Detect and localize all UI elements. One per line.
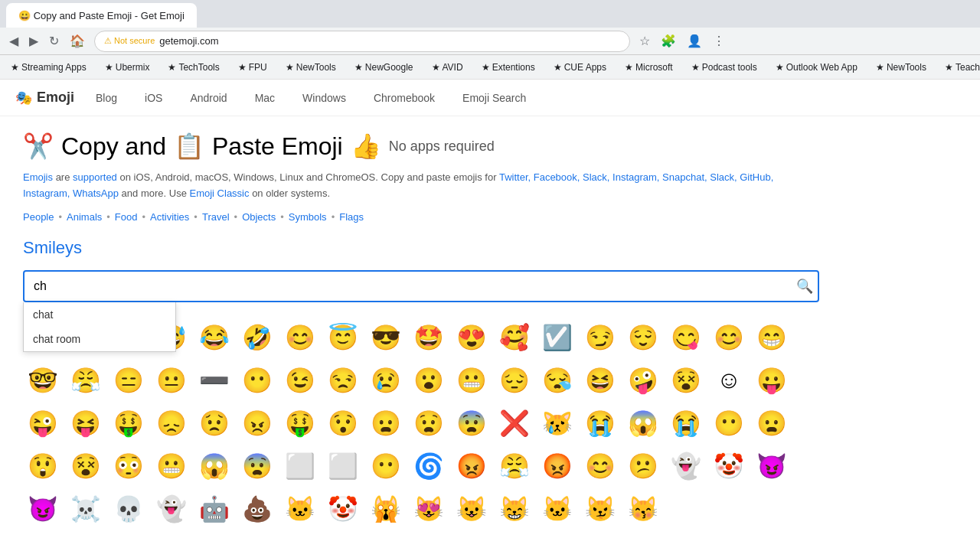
supported-link[interactable]: supported [73,171,117,183]
nav-android[interactable]: Android [184,89,233,107]
extensions-icon[interactable]: 🧩 [658,32,679,50]
emoji-cell[interactable]: 😭 [580,403,620,443]
emoji-cell[interactable]: 😕 [623,446,663,486]
emoji-cell[interactable]: 😤 [66,360,106,400]
emoji-cell[interactable]: 😸 [495,489,534,529]
emoji-cell[interactable]: 🤩 [409,318,449,357]
category-food[interactable]: Food [115,211,138,223]
bookmark-item-12[interactable]: ★NewTools [871,60,931,74]
emoji-cell[interactable]: ⬜ [280,446,320,486]
emoji-cell[interactable]: 🤖 [194,489,234,529]
emoji-cell[interactable]: 😿 [537,403,577,443]
emoji-cell[interactable]: 😊 [580,446,620,486]
emoji-cell[interactable]: 😳 [109,446,149,486]
bookmark-item-10[interactable]: ★Podcast tools [687,60,762,74]
category-flags[interactable]: Flags [339,211,364,223]
bookmark-item-8[interactable]: ★CUE Apps [549,60,611,74]
bookmark-item-5[interactable]: ★NewGoogle [350,60,418,74]
emoji-cell[interactable]: 😊 [280,318,320,357]
emoji-cell[interactable]: 😈 [752,446,792,486]
emoji-cell[interactable]: 🤓 [23,360,63,400]
search-input[interactable] [23,270,819,302]
autocomplete-item-0[interactable]: chat [24,302,175,327]
nav-ios[interactable]: iOS [139,89,168,107]
emoji-cell[interactable]: 😨 [452,403,492,443]
emoji-cell[interactable]: 🤡 [323,489,363,529]
autocomplete-item-1[interactable]: chat room [24,327,175,351]
emoji-cell[interactable]: 😂 [194,318,234,357]
emoji-cell[interactable]: 😈 [23,489,63,529]
bookmark-item-2[interactable]: ★TechTools [163,60,224,74]
bookmark-item-6[interactable]: ★AVID [427,60,468,74]
emoji-cell[interactable]: 😧 [409,403,449,443]
emoji-cell[interactable]: 😐 [152,360,191,400]
emoji-cell[interactable]: 😨 [237,446,277,486]
emoji-cell[interactable]: 🙀 [366,489,406,529]
bookmark-item-13[interactable]: ★Teaching Info [940,60,980,74]
reload-button[interactable]: ↻ [46,32,62,50]
emoji-cell[interactable]: 👻 [666,446,706,486]
emoji-cell[interactable]: 😜 [23,403,63,443]
emojis-link[interactable]: Emojis [23,171,53,183]
emoji-cell[interactable]: 😲 [23,446,63,486]
emoji-cell[interactable]: 😞 [152,403,191,443]
bookmark-item-3[interactable]: ★FPU [234,60,272,74]
search-button[interactable]: 🔍 [796,278,813,295]
emoji-cell[interactable]: 😵 [66,446,106,486]
emoji-cell[interactable]: 😵 [666,360,706,400]
emoji-cell[interactable]: ☠️ [66,489,106,529]
platforms-link[interactable]: Twitter, Facebook, Slack, Instagram, Sna… [23,171,773,199]
emoji-cell[interactable]: 💩 [237,489,277,529]
emoji-cell[interactable]: ☺️ [709,360,749,400]
nav-mac[interactable]: Mac [249,89,281,107]
emoji-cell[interactable]: 😶 [366,446,406,486]
nav-chromebook[interactable]: Chromebook [368,89,441,107]
emoji-cell[interactable]: 😤 [495,446,534,486]
emoji-cell[interactable]: ❌ [495,403,534,443]
emoji-cell[interactable]: 🤑 [280,403,320,443]
emoji-cell[interactable]: 🤪 [623,360,663,400]
emoji-cell[interactable]: 😒 [323,360,363,400]
emoji-cell[interactable]: 😇 [323,318,363,357]
emoji-cell[interactable]: 😬 [152,446,191,486]
category-travel[interactable]: Travel [202,211,230,223]
nav-windows[interactable]: Windows [296,89,352,107]
emoji-cell[interactable]: 😍 [452,318,492,357]
category-animals[interactable]: Animals [67,211,102,223]
classic-link[interactable]: Emoji Classic [190,187,250,199]
emoji-cell[interactable]: 😮 [409,360,449,400]
emoji-cell[interactable]: 🐱 [537,489,577,529]
emoji-cell[interactable]: 🐱 [280,489,320,529]
nav-emoji-search[interactable]: Emoji Search [456,89,532,107]
emoji-cell[interactable]: 🌀 [409,446,449,486]
category-activities[interactable]: Activities [150,211,189,223]
emoji-cell[interactable]: 😱 [194,446,234,486]
emoji-cell[interactable]: 😆 [580,360,620,400]
emoji-cell[interactable]: 👻 [152,489,191,529]
emoji-cell[interactable]: 😠 [237,403,277,443]
emoji-cell[interactable]: 😯 [323,403,363,443]
emoji-cell[interactable]: 😏 [580,318,620,357]
back-button[interactable]: ◀ [6,32,21,50]
emoji-cell[interactable]: 😋 [666,318,706,357]
emoji-cell[interactable]: ➖ [194,360,234,400]
emoji-cell[interactable]: 😼 [580,489,620,529]
home-button[interactable]: 🏠 [67,32,88,50]
emoji-cell[interactable]: 😺 [452,489,492,529]
emoji-cell[interactable]: 😱 [623,403,663,443]
emoji-cell[interactable]: ☑️ [537,318,577,357]
emoji-cell[interactable]: 🥰 [495,318,534,357]
emoji-cell[interactable]: 😔 [495,360,534,400]
bookmark-item-11[interactable]: ★Outlook Web App [771,60,862,74]
emoji-cell[interactable]: 😌 [623,318,663,357]
category-people[interactable]: People [23,211,54,223]
bookmark-item-1[interactable]: ★Ubermix [100,60,155,74]
emoji-cell[interactable]: 😬 [452,360,492,400]
active-tab[interactable]: 😀 Copy and Paste Emoji - Get Emoji [6,3,197,28]
emoji-cell[interactable]: 😛 [752,360,792,400]
emoji-cell[interactable]: 😶 [237,360,277,400]
emoji-cell[interactable]: 😢 [366,360,406,400]
bookmark-item-0[interactable]: ★Streaming Apps [6,60,91,74]
emoji-cell[interactable]: 😡 [452,446,492,486]
emoji-cell[interactable]: 😻 [409,489,449,529]
